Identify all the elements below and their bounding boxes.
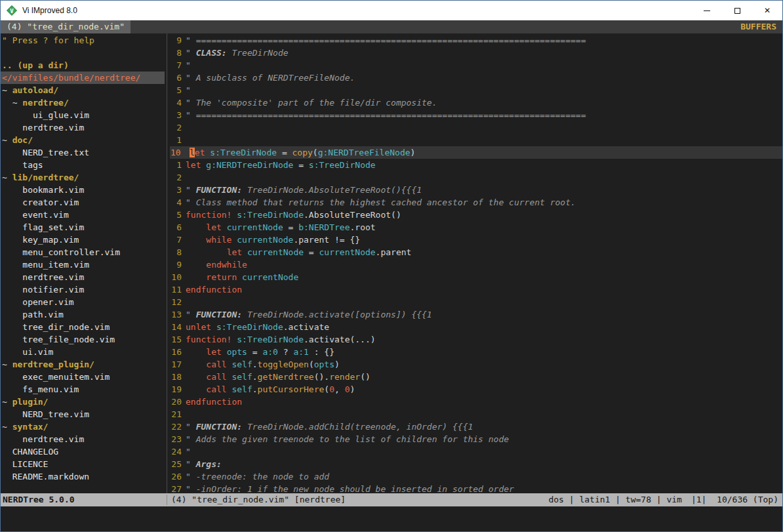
code-token: FUNCTION: — [196, 422, 242, 432]
tree-line[interactable]: exec_menuitem.vim — [1, 371, 165, 383]
tree-line[interactable]: NERD_tree.txt — [1, 146, 165, 159]
titlebar-drag-area[interactable] — [77, 1, 692, 20]
command-line[interactable] — [1, 506, 782, 531]
tree-line[interactable]: notifier.vim — [1, 283, 165, 296]
editor-line[interactable]: 27" -inOrder: 1 if the new node should b… — [170, 483, 782, 493]
minimize-icon — [704, 10, 710, 11]
tree-line[interactable]: event.vim — [1, 209, 165, 221]
line-number: 8 — [170, 47, 186, 59]
editor-line[interactable]: 1let g:NERDTreeDirNode = s:TreeDirNode — [170, 159, 782, 171]
buffers-label: BUFFERS — [734, 20, 782, 33]
tree-line[interactable]: nerdtree.vim — [1, 271, 165, 283]
editor-line[interactable]: 3" =====================================… — [170, 109, 782, 121]
tree-line[interactable]: CHANGELOG — [1, 445, 165, 458]
tree-line[interactable]: ~ plugin/ — [1, 396, 165, 408]
tree-line[interactable]: key_map.vim — [1, 234, 165, 246]
tree-line[interactable]: fs_menu.vim — [1, 383, 165, 396]
editor-line[interactable]: 16 let opts = a:0 ? a:1 : {} — [170, 346, 782, 358]
statusline: NERDTree 5.0.0 (4) "tree_dir_node.vim" [… — [1, 493, 782, 506]
tree-line[interactable]: .. (up a dir) — [1, 59, 165, 72]
editor-line[interactable]: 7 while currentNode.parent != {} — [170, 234, 782, 246]
tree-line[interactable]: creator.vim — [1, 196, 165, 209]
editor-line[interactable]: 9 endwhile — [170, 258, 782, 271]
editor-line[interactable]: 2 — [170, 171, 782, 184]
tree-line[interactable]: tags — [1, 159, 165, 171]
tree-line[interactable]: ~ lib/nerdtree/ — [1, 171, 165, 184]
tree-line[interactable] — [1, 47, 165, 59]
minimize-button[interactable] — [692, 1, 722, 20]
code-token: = — [247, 347, 262, 357]
tree-line[interactable]: nerdtree.vim — [1, 433, 165, 445]
editor-line[interactable]: 26" -treenode: the node to add — [170, 470, 782, 483]
editor-line[interactable]: 13" FUNCTION: TreeDirNode.activate([opti… — [170, 308, 782, 321]
editor-line[interactable]: 6" A subclass of NERDTreeFileNode. — [170, 72, 782, 84]
tree-line[interactable]: LICENCE — [1, 458, 165, 470]
tab-tree-dir-node[interactable]: (4) "tree_dir_node.vim" — [1, 20, 130, 33]
editor-line[interactable]: 10 return currentNode — [170, 271, 782, 283]
close-button[interactable]: ✕ — [752, 1, 782, 20]
editor-line[interactable]: 22" FUNCTION: TreeDirNode.addChild(treen… — [170, 420, 782, 433]
editor-line[interactable]: 10let s:TreeDirNode = copy(g:NERDTreeFil… — [170, 146, 782, 159]
code-token: render — [329, 372, 360, 382]
editor-line[interactable]: 5" — [170, 84, 782, 96]
tree-line[interactable]: menu_controller.vim — [1, 246, 165, 258]
editor-line[interactable]: 20endfunction — [170, 396, 782, 408]
code-token: ~ — [2, 422, 12, 432]
line-number: 20 — [170, 396, 186, 408]
editor-line[interactable]: 8" CLASS: TreeDirNode — [170, 47, 782, 59]
editor-line[interactable]: 5function! s:TreeDirNode.AbsoluteTreeRoo… — [170, 209, 782, 221]
tree-line[interactable]: bookmark.vim — [1, 184, 165, 196]
tree-line[interactable]: ~ nerdtree_plugin/ — [1, 358, 165, 371]
code-token — [222, 222, 227, 232]
tree-line[interactable]: ~ doc/ — [1, 134, 165, 146]
editor-line[interactable]: 3" FUNCTION: TreeDirNode.AbsoluteTreeRoo… — [170, 184, 782, 196]
tree-line[interactable]: README.markdown — [1, 470, 165, 483]
editor-line[interactable]: 11endfunction — [170, 283, 782, 296]
code-token: flag_set.vim — [2, 222, 84, 232]
code-token: l — [190, 148, 195, 157]
editor-line[interactable]: 23" Adds the given treenode to the list … — [170, 433, 782, 445]
editor-line[interactable]: 2 — [170, 121, 782, 134]
tree-line[interactable]: ui_glue.vim — [1, 109, 165, 121]
editor-line[interactable]: 19 call self.putCursorHere(0, 0) — [170, 383, 782, 396]
editor-line[interactable]: 24" — [170, 445, 782, 458]
editor-line[interactable]: 25" Args: — [170, 458, 782, 470]
code-token: syntax/ — [12, 422, 49, 432]
editor-line[interactable]: 4" Class method that returns the highest… — [170, 196, 782, 209]
tree-line[interactable]: ~ nerdtree/ — [1, 96, 165, 109]
editor-line[interactable]: 15function! s:TreeDirNode.activate(...) — [170, 333, 782, 346]
tree-line[interactable]: " Press ? for help — [1, 34, 165, 47]
tree-line[interactable]: path.vim — [1, 308, 165, 321]
editor-line[interactable]: 9" =====================================… — [170, 34, 782, 47]
editor-line[interactable]: 14unlet s:TreeDirNode.activate — [170, 321, 782, 333]
tree-line[interactable]: ~ autoload/ — [1, 84, 165, 96]
editor-line[interactable]: 7" — [170, 59, 782, 72]
tree-line[interactable]: nerdtree.vim — [1, 121, 165, 134]
tree-line[interactable]: menu_item.vim — [1, 258, 165, 271]
tree-line[interactable]: </vimfiles/bundle/nerdtree/ — [1, 72, 165, 84]
editor-line[interactable]: 12 — [170, 296, 782, 308]
tree-line[interactable]: tree_dir_node.vim — [1, 321, 165, 333]
line-number: 22 — [170, 420, 186, 433]
code-token: call — [206, 372, 226, 382]
tree-line[interactable]: tree_file_node.vim — [1, 333, 165, 346]
editor-line[interactable]: 17 call self.toggleOpen(opts) — [170, 358, 782, 371]
editor-line[interactable]: 1 — [170, 134, 782, 146]
code-token — [186, 347, 206, 357]
editor-line[interactable]: 8 let currentNode = currentNode.parent — [170, 246, 782, 258]
window-separator[interactable] — [165, 33, 170, 493]
editor-line[interactable]: 6 let currentNode = b:NERDTree.root — [170, 221, 782, 234]
tree-line[interactable]: ~ syntax/ — [1, 420, 165, 433]
editor-line[interactable]: 21 — [170, 408, 782, 420]
tree-line[interactable]: NERD_tree.vim — [1, 408, 165, 420]
tree-line[interactable]: flag_set.vim — [1, 221, 165, 234]
code-token: " A subclass of NERDTreeFileNode. — [186, 73, 355, 83]
maximize-button[interactable] — [722, 1, 752, 20]
tree-line[interactable]: ui.vim — [1, 346, 165, 358]
code-token — [186, 384, 206, 394]
editor-line[interactable]: 18 call self.getNerdtree().render() — [170, 371, 782, 383]
line-number: 23 — [170, 433, 186, 445]
tree-line[interactable]: opener.vim — [1, 296, 165, 308]
code-token: " Class method that returns the highest … — [186, 197, 576, 207]
editor-line[interactable]: 4" The 'composite' part of the file/dir … — [170, 96, 782, 109]
